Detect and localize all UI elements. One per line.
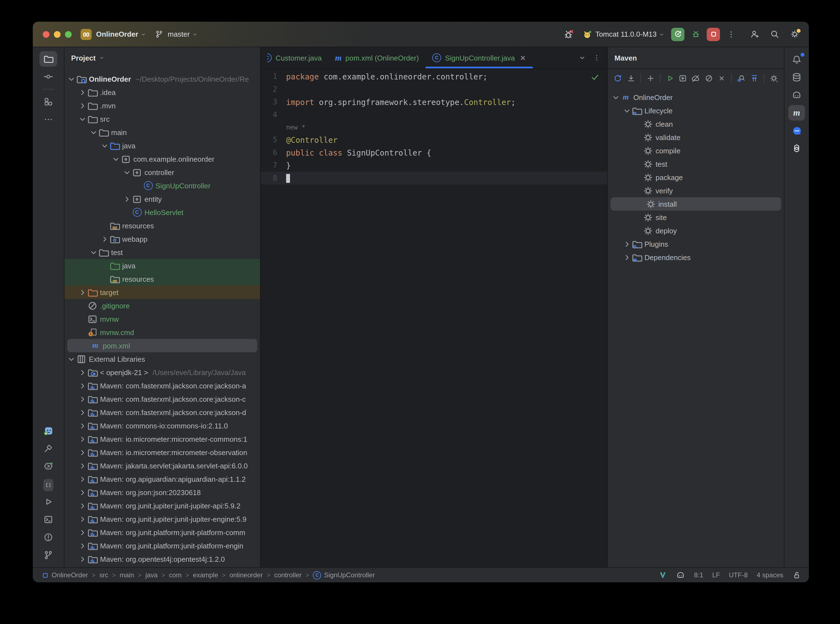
tool-button-structure[interactable] (39, 94, 57, 110)
tool-button-ai-plugin[interactable] (788, 141, 805, 156)
code-line-1[interactable]: 1package com.example.onlineorder.control… (261, 70, 607, 83)
chevron-down-icon[interactable] (122, 168, 132, 177)
more-run-options-button[interactable] (724, 28, 738, 41)
chevron-right-icon[interactable] (122, 194, 132, 204)
chevron-down-icon[interactable] (100, 141, 110, 150)
tree-item-dependencies[interactable]: Dependencies (608, 250, 784, 264)
tool-button-chat[interactable] (788, 123, 805, 138)
tree-item-compile[interactable]: compile (608, 144, 784, 157)
chevron-down-icon[interactable] (89, 247, 98, 257)
code-line-3[interactable]: 3import org.springframework.stereotype.C… (261, 96, 607, 108)
chevron-right-icon[interactable] (78, 461, 87, 470)
chevron-right-icon[interactable] (78, 381, 87, 390)
tree-item-onlineorder[interactable]: mOnlineOrder (608, 91, 784, 104)
tree-item-idea[interactable]: .idea (65, 86, 260, 99)
tree-item-plugins[interactable]: Plugins (608, 237, 784, 250)
tree-item-maven-org-junit-platform-junit-platform-engin[interactable]: Maven: org.junit.platform:junit-platform… (65, 539, 260, 552)
breadcrumb-item-src[interactable]: src (99, 571, 108, 579)
tab-signupcontroller-java[interactable]: C SignUpController.java ✕ (426, 47, 533, 68)
chevron-right-icon[interactable] (622, 239, 632, 249)
tool-button-frames[interactable] (39, 476, 57, 492)
tree-item-maven-org-junit-platform-junit-platform-comm[interactable]: Maven: org.junit.platform:junit-platform… (65, 526, 260, 539)
tree-item-openjdk-21[interactable]: < openjdk-21 >/Users/eve/Library/Java/Ja… (65, 366, 260, 379)
tool-button-build[interactable] (39, 441, 57, 456)
tree-item-maven-jakarta-servlet-jakarta-servlet-api-6-0-0[interactable]: Maven: jakarta.servlet:jakarta.servlet-a… (65, 459, 260, 472)
tree-item-mvnw[interactable]: mvnw (65, 312, 260, 326)
tree-item-validate[interactable]: validate (608, 131, 784, 144)
code-line-8[interactable]: 8 (261, 172, 607, 184)
tree-item-onlineorder[interactable]: OnlineOrder~/Desktop/Projects/OnlineOrde… (65, 72, 260, 86)
minimize-window-button[interactable] (54, 31, 60, 37)
code-editor[interactable]: 1package com.example.onlineorder.control… (261, 69, 607, 567)
tool-button-commit[interactable] (39, 69, 57, 85)
tree-item-helloservlet[interactable]: CHelloServlet (65, 205, 260, 219)
line-separator-widget[interactable]: LF (712, 571, 720, 579)
tree-item-external-libraries[interactable]: External Libraries (65, 352, 260, 366)
vcs-branch-widget[interactable]: master (155, 30, 198, 39)
project-name-menu[interactable]: OnlineOrder (96, 30, 138, 39)
tool-button-database[interactable] (788, 70, 805, 85)
maven-download-sources-button[interactable] (626, 72, 636, 85)
tool-button-problems[interactable] (39, 530, 57, 545)
tree-item-mvnw-cmd[interactable]: mvnw.cmd (65, 326, 260, 339)
breadcrumb-item-java[interactable]: java (145, 571, 158, 579)
tree-item-test[interactable]: test (608, 157, 784, 171)
chevron-right-icon[interactable] (100, 234, 110, 244)
chevron-right-icon[interactable] (78, 368, 87, 377)
chevron-right-icon[interactable] (622, 253, 632, 262)
project-panel-header[interactable]: Project (65, 47, 260, 68)
chevron-down-icon[interactable] (67, 74, 76, 83)
code-with-me-button[interactable] (748, 28, 761, 41)
tab-list-chevron-icon[interactable] (578, 54, 586, 62)
code-line-6[interactable]: 6public class SignUpController { (261, 146, 607, 159)
settings-button[interactable] (788, 28, 801, 41)
caret-position-widget[interactable]: 8:1 (694, 571, 703, 579)
code-line-7[interactable]: 7} (261, 159, 607, 172)
code-line-hint[interactable]: new * (261, 121, 607, 133)
debugger-disconnected-icon[interactable] (563, 29, 574, 40)
run-configuration-selector[interactable]: Tomcat 11.0.0-M13 (582, 29, 664, 39)
chevron-right-icon[interactable] (78, 488, 87, 497)
chevron-down-icon[interactable] (78, 114, 87, 124)
tree-item-maven-org-json-json-20230618[interactable]: Maven: org.json:json:20230618 (65, 486, 260, 499)
chevron-right-icon[interactable] (78, 528, 87, 537)
tool-button-run[interactable] (39, 494, 57, 510)
maven-collapse-all-button[interactable] (717, 72, 726, 85)
maven-collapse-tree-button[interactable] (750, 72, 759, 85)
tree-item-clean[interactable]: clean (608, 117, 784, 131)
tree-item-signupcontroller[interactable]: CSignUpController (65, 179, 260, 192)
maven-add-project-button[interactable] (646, 72, 655, 85)
breadcrumb-item-signupcontroller[interactable]: CSignUpController (313, 571, 375, 579)
tree-item-install[interactable]: install (611, 197, 781, 211)
encoding-widget[interactable]: UTF-8 (729, 571, 748, 579)
search-everywhere-button[interactable] (768, 28, 781, 41)
chevron-down-icon[interactable] (67, 354, 76, 364)
tree-item-target[interactable]: target (65, 286, 260, 299)
code-line-4[interactable]: 4 (261, 108, 607, 121)
plugin-v-icon[interactable] (659, 571, 667, 579)
chevron-right-icon[interactable] (78, 434, 87, 444)
breadcrumb-item-controller[interactable]: controller (274, 571, 302, 579)
breadcrumb-item-main[interactable]: main (120, 571, 134, 579)
tab-options-kebab-icon[interactable] (593, 54, 601, 62)
tree-item-java[interactable]: java (65, 259, 260, 272)
tree-item-site[interactable]: site (608, 211, 784, 224)
tree-item-java[interactable]: java (65, 139, 260, 152)
tool-button-profiler[interactable] (39, 459, 57, 474)
tool-button-notifications[interactable] (788, 52, 805, 67)
project-avatar[interactable]: 00 (80, 29, 92, 40)
tree-item-test[interactable]: test (65, 246, 260, 259)
tree-item-maven-org-apiguardian-apiguardian-api-1-1-2[interactable]: Maven: org.apiguardian:apiguardian-api:1… (65, 472, 260, 486)
tree-item-webapp[interactable]: webapp (65, 232, 260, 246)
tree-item-controller[interactable]: controller (65, 165, 260, 179)
maven-run-build-button[interactable] (665, 72, 675, 85)
breadcrumb-item-example[interactable]: example (193, 571, 218, 579)
unlock-icon[interactable] (792, 571, 801, 579)
debug-button[interactable] (689, 28, 702, 41)
tree-item-resources[interactable]: resources (65, 272, 260, 286)
chevron-right-icon[interactable] (78, 474, 87, 484)
tool-button-maven[interactable]: m (788, 105, 805, 120)
tree-item-mvn[interactable]: .mvn (65, 99, 260, 112)
tree-item-com-example-onlineorder[interactable]: com.example.onlineorder (65, 152, 260, 165)
chevron-down-icon[interactable] (622, 106, 632, 115)
